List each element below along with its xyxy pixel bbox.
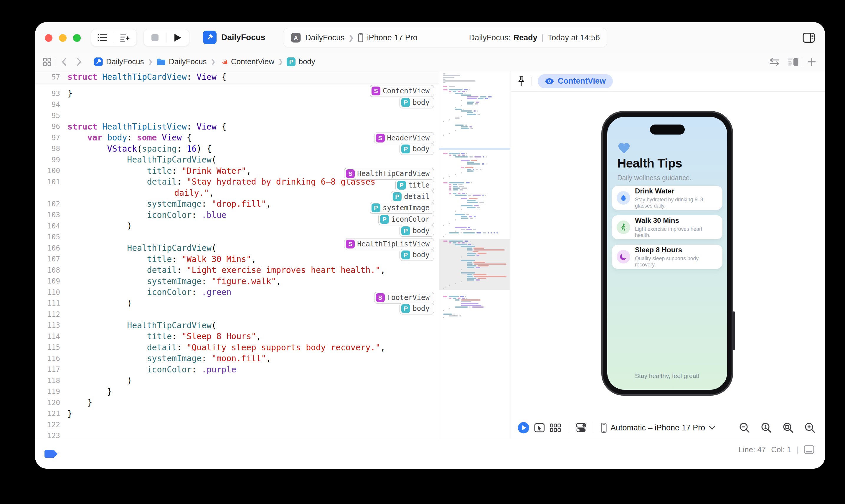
jump-bar: DailyFocus ❯ DailyFocus ❯ ContentView ❯ … [35,53,825,71]
code-line[interactable]: 98VStack(spacing: 16) { [35,143,439,155]
breadcrumb-folder[interactable]: DailyFocus [156,57,207,66]
code-line[interactable]: 117iconColor: .purple [35,364,439,375]
status-state: Ready [514,33,537,42]
scope-badge-label: body [413,304,430,313]
breadcrumb-file[interactable]: ContentView [219,57,274,66]
navigator-list-icon[interactable] [91,30,114,46]
add-editor-icon[interactable] [807,57,816,66]
code-line[interactable]: 115detail: "Quality sleep supports body … [35,342,439,353]
zoom-100-icon[interactable]: 1 [758,420,774,436]
back-chevron-icon[interactable] [60,57,68,66]
line-number: 120 [35,399,60,407]
struct-badge: S [372,87,380,95]
code-line[interactable]: 113HealthTipCardView( [35,320,439,331]
property-badge: P [401,304,410,313]
code-line[interactable]: 107title: "Walk 30 Mins", [35,254,439,265]
property-badge: P [401,251,410,259]
code-line[interactable]: 114title: "Sleep 8 Hours", [35,331,439,342]
scope-badge-HealthTipCardView[interactable]: SHealthTipCardView [344,168,434,180]
property-badge: P [397,181,406,190]
code-line[interactable]: 118) [35,375,439,386]
scope-badge-HealthTipListView[interactable]: SHealthTipListView [344,238,434,250]
moon-icon [619,253,627,261]
sticky-scope-header[interactable]: 57struct HealthTipCardView: View { [35,71,439,83]
close-window-button[interactable] [45,34,52,42]
variants-grid-icon[interactable] [548,420,563,436]
line-number: 114 [35,332,60,341]
minimap[interactable] [439,71,510,439]
scope-badge-body[interactable]: Pbody [399,303,434,314]
minimap-toggle-icon[interactable] [788,57,799,66]
code-line[interactable]: 94 [35,99,439,110]
line-number: 117 [35,365,60,374]
live-preview-button[interactable] [516,420,532,436]
code-review-icon[interactable] [769,57,780,67]
code-line[interactable]: 116systemImage: "moon.fill", [35,353,439,364]
code-line[interactable]: 119} [35,386,439,397]
run-button[interactable] [167,30,189,46]
scope-badge-body[interactable]: Pbody [399,96,434,108]
folder-icon [156,58,166,66]
line-number: 103 [35,211,60,219]
scope-badge-ContentView[interactable]: SContentView [370,85,434,97]
xcode-window: DailyFocus A DailyFocus ❯ iPhone 17 Pro … [35,22,825,469]
selectable-mode-icon[interactable] [532,420,548,436]
code-line[interactable]: daily.", [35,187,439,199]
tip-cards: Drink Water Stay hydrated by drinking 6–… [612,186,722,269]
bottom-bar-toggle-icon[interactable] [804,445,814,454]
desktop: DailyFocus A DailyFocus ❯ iPhone 17 Pro … [0,0,845,504]
property-badge: P [372,203,380,212]
iphone-screen[interactable]: Health Tips Daily wellness guidance. Dri… [607,117,727,390]
preview-device-selector[interactable]: Automatic – iPhone 17 Pro [601,422,715,433]
tip-card[interactable]: Sleep 8 Hours Quality sleep supports bod… [612,245,722,269]
code-line[interactable]: 96struct HealthTipListView: View { [35,121,439,132]
code-line[interactable]: 122 [35,419,439,430]
line-number: 101 [35,178,60,186]
app-title: Health Tips [617,156,691,170]
code-line[interactable]: 123 [35,430,439,439]
column-indicator: Col: 1 [771,445,791,454]
zoom-in-icon[interactable] [802,420,818,436]
tip-card[interactable]: Walk 30 Mins Light exercise improves hea… [612,215,722,239]
source-editor[interactable]: 57struct HealthTipCardView: View { 93}94… [35,71,439,439]
run-destination[interactable]: iPhone 17 Pro [367,33,417,42]
tip-card-title: Drink Water [635,187,718,195]
scope-badge-detail[interactable]: Pdetail [391,191,434,202]
zoom-fit-icon[interactable] [780,420,796,436]
code-line[interactable]: 95 [35,110,439,121]
tip-card[interactable]: Drink Water Stay hydrated by drinking 6–… [612,186,722,210]
breadcrumb-project[interactable]: DailyFocus [94,57,144,67]
zoom-out-icon[interactable] [737,420,753,436]
project-identity: DailyFocus [203,31,265,44]
stop-button[interactable] [144,30,166,46]
inspector-toggle-icon[interactable] [801,30,817,46]
device-settings-icon[interactable] [573,420,589,436]
line-number: 119 [35,388,60,396]
related-items-icon[interactable] [43,57,52,66]
scope-badge-iconColor[interactable]: PiconColor [378,213,434,225]
scope-badge-body[interactable]: Pbody [399,249,434,261]
code-line[interactable]: 99HealthTipCardView( [35,154,439,165]
scope-badge-body[interactable]: Pbody [399,225,434,237]
forward-chevron-icon[interactable] [75,57,83,66]
code-line[interactable]: 108detail: "Light exercise improves hear… [35,265,439,276]
divider [803,57,803,66]
code-line[interactable]: 112 [35,309,439,320]
minimize-window-button[interactable] [59,34,67,42]
scope-badge-FooterView[interactable]: SFooterView [374,292,434,304]
scheme-name[interactable]: DailyFocus [305,33,345,42]
zoom-window-button[interactable] [73,34,81,42]
assistant-sparkle-icon[interactable] [114,30,136,46]
scope-badge-HeaderView[interactable]: SHeaderView [374,132,434,144]
code-line[interactable]: 120} [35,397,439,408]
scope-badge-systemImage[interactable]: PsystemImage [370,202,434,214]
preview-target-pill[interactable]: ContentView [538,74,613,88]
breakpoint-toggle[interactable] [45,450,57,458]
code-line[interactable]: 57struct HealthTipCardView: View { [35,72,226,83]
pin-icon[interactable] [516,76,526,87]
code-line[interactable]: 121} [35,408,439,419]
scope-badge-body[interactable]: Pbody [399,143,434,155]
code-line[interactable]: 109systemImage: "figure.walk", [35,276,439,287]
scope-badge-title[interactable]: Ptitle [395,179,434,191]
breadcrumb-symbol[interactable]: P body [287,57,315,66]
